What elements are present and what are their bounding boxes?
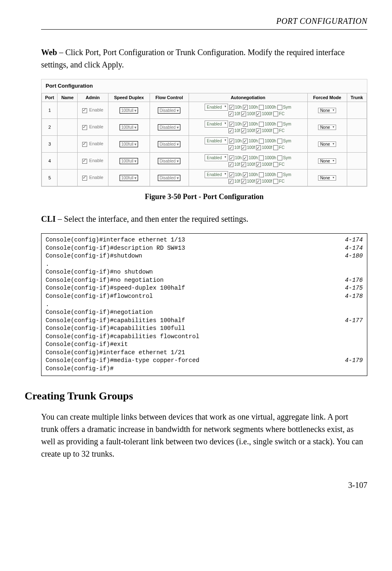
capability-checkbox[interactable] xyxy=(277,156,282,160)
capability-checkbox[interactable] xyxy=(229,139,234,144)
cli-line: . xyxy=(46,260,363,269)
cli-ref: 4-177 xyxy=(337,317,363,325)
flow-select[interactable]: Disabled ▾ xyxy=(158,124,180,130)
cell-name[interactable] xyxy=(58,169,77,186)
cli-ref xyxy=(355,365,363,373)
autoneg-select[interactable]: Enabled xyxy=(205,121,228,128)
capability-checkbox[interactable] xyxy=(256,145,261,150)
capability-label: 1000h xyxy=(265,139,276,143)
cell-name[interactable] xyxy=(58,119,77,136)
capability-checkbox[interactable] xyxy=(259,105,264,110)
capability-checkbox[interactable] xyxy=(243,139,248,144)
capability-checkbox[interactable] xyxy=(273,145,278,150)
capability-checkbox[interactable] xyxy=(228,162,233,167)
forced-select[interactable]: None xyxy=(318,125,336,130)
cell-port: 1 xyxy=(42,102,58,119)
capability-checkbox[interactable] xyxy=(228,179,233,184)
forced-select[interactable]: None xyxy=(318,142,336,147)
speed-select[interactable]: 100full ▾ xyxy=(120,175,138,181)
cell-admin: Enable xyxy=(77,102,108,119)
capability-checkbox[interactable] xyxy=(277,139,282,144)
capability-checkbox[interactable] xyxy=(229,156,234,160)
capability-checkbox[interactable] xyxy=(256,179,261,184)
cli-ref: 4-176 xyxy=(337,276,363,285)
capability-checkbox[interactable] xyxy=(243,156,248,160)
capability-label: FC xyxy=(279,179,284,183)
cli-ref: 4-174 xyxy=(337,244,363,253)
autoneg-select[interactable]: Enabled xyxy=(205,104,228,111)
enable-checkbox[interactable] xyxy=(82,176,87,181)
capability-checkbox[interactable] xyxy=(228,145,233,150)
capability-checkbox[interactable] xyxy=(241,111,246,116)
col-autoneg: Autonegotiation xyxy=(189,93,307,102)
capability-label: FC xyxy=(279,145,284,150)
cell-name[interactable] xyxy=(58,102,77,119)
capability-checkbox[interactable] xyxy=(243,122,248,127)
capability-checkbox[interactable] xyxy=(256,162,261,167)
cell-forced: None xyxy=(307,119,347,136)
cell-name[interactable] xyxy=(58,136,77,153)
capability-checkbox[interactable] xyxy=(243,105,248,110)
capability-checkbox[interactable] xyxy=(277,105,282,110)
enable-checkbox[interactable] xyxy=(82,159,87,164)
cli-ref: 4-180 xyxy=(337,252,363,260)
capability-label: 100f xyxy=(247,179,255,183)
cli-line: Console(config-if)#capabilities 100half4… xyxy=(46,317,363,325)
forced-select[interactable]: None xyxy=(318,158,336,164)
cli-line: Console(config-if)#no negotiation4-176 xyxy=(46,276,363,285)
capability-checkbox[interactable] xyxy=(228,111,233,116)
speed-select[interactable]: 100full ▾ xyxy=(120,124,138,130)
capability-checkbox[interactable] xyxy=(273,111,278,116)
capability-checkbox[interactable] xyxy=(241,145,246,150)
capability-label: 10f xyxy=(234,111,240,116)
flow-select[interactable]: Disabled ▾ xyxy=(158,107,180,114)
capability-checkbox[interactable] xyxy=(277,122,282,127)
capability-checkbox[interactable] xyxy=(273,128,278,133)
capability-checkbox[interactable] xyxy=(229,172,234,177)
cli-ref: 4-178 xyxy=(337,292,363,301)
enable-checkbox[interactable] xyxy=(82,108,87,113)
enable-checkbox[interactable] xyxy=(82,142,87,147)
speed-select[interactable]: 100full ▾ xyxy=(120,107,138,114)
cell-speed: 100full ▾ xyxy=(108,136,150,153)
capability-checkbox[interactable] xyxy=(243,172,248,177)
flow-select[interactable]: Disabled ▾ xyxy=(158,141,180,147)
capability-checkbox[interactable] xyxy=(277,172,282,177)
forced-select[interactable]: None xyxy=(318,175,336,181)
capability-checkbox[interactable] xyxy=(259,122,264,127)
capability-label: 100f xyxy=(247,162,255,167)
cell-name[interactable] xyxy=(58,153,77,169)
capability-label: 10h xyxy=(235,172,242,177)
capability-checkbox[interactable] xyxy=(229,105,234,110)
capability-checkbox[interactable] xyxy=(256,111,261,116)
forced-select[interactable]: None xyxy=(318,108,336,113)
capability-checkbox[interactable] xyxy=(259,139,264,144)
flow-select[interactable]: Disabled ▾ xyxy=(158,158,180,164)
capability-checkbox[interactable] xyxy=(229,122,234,127)
enable-label: Enable xyxy=(89,107,103,112)
cli-line: Console(config-if)#media-type copper-for… xyxy=(46,357,363,365)
autoneg-select[interactable]: Enabled xyxy=(205,137,228,144)
capability-checkbox[interactable] xyxy=(256,128,261,133)
capability-checkbox[interactable] xyxy=(241,162,246,167)
autoneg-select[interactable]: Enabled xyxy=(205,171,228,178)
cell-flow: Disabled ▾ xyxy=(150,102,189,119)
enable-checkbox[interactable] xyxy=(82,125,87,130)
speed-select[interactable]: 100full ▾ xyxy=(120,158,138,164)
capability-checkbox[interactable] xyxy=(228,128,233,133)
autoneg-select[interactable]: Enabled xyxy=(205,154,228,161)
capability-checkbox[interactable] xyxy=(273,162,278,167)
cell-trunk xyxy=(347,102,367,119)
capability-label: 10h xyxy=(235,156,242,160)
flow-select[interactable]: Disabled ▾ xyxy=(158,175,180,181)
capability-checkbox[interactable] xyxy=(273,179,278,184)
capability-label: 100f xyxy=(247,111,255,116)
capability-checkbox[interactable] xyxy=(241,128,246,133)
capability-checkbox[interactable] xyxy=(259,156,264,160)
cli-command: Console(config-if)# xyxy=(46,365,355,373)
cli-command: Console(config-if)#media-type copper-for… xyxy=(46,357,337,365)
capability-checkbox[interactable] xyxy=(241,179,246,184)
capability-checkbox[interactable] xyxy=(259,172,264,177)
capability-label: FC xyxy=(279,162,284,167)
speed-select[interactable]: 100full ▾ xyxy=(120,141,138,147)
